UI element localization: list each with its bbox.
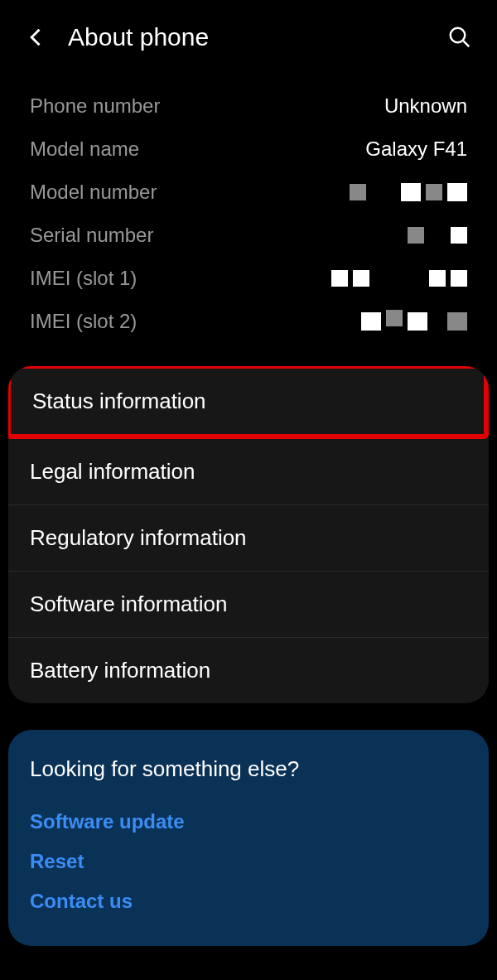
- imei2-row: IMEI (slot 2): [30, 300, 467, 343]
- phone-number-label: Phone number: [30, 94, 160, 118]
- serial-number-row: Serial number: [30, 214, 467, 257]
- imei2-value-redacted: [340, 312, 467, 331]
- search-icon[interactable]: [447, 25, 472, 50]
- suggestion-card: Looking for something else? Software upd…: [8, 730, 489, 946]
- serial-number-label: Serial number: [30, 224, 153, 247]
- imei2-label: IMEI (slot 2): [30, 310, 137, 333]
- model-name-row: Model name Galaxy F41: [30, 128, 467, 171]
- back-icon[interactable]: [25, 26, 48, 49]
- model-name-value: Galaxy F41: [365, 138, 467, 161]
- suggestion-title: Looking for something else?: [30, 756, 467, 782]
- regulatory-information-item[interactable]: Regulatory information: [8, 505, 489, 572]
- reset-link[interactable]: Reset: [30, 842, 467, 881]
- svg-line-1: [463, 41, 469, 46]
- software-information-label: Software information: [30, 591, 227, 616]
- device-info-list: Phone number Unknown Model name Galaxy F…: [0, 68, 497, 351]
- header: About phone: [0, 0, 497, 68]
- status-information-label: Status information: [32, 389, 206, 413]
- phone-number-value: Unknown: [384, 94, 467, 118]
- software-information-item[interactable]: Software information: [8, 572, 489, 638]
- imei1-label: IMEI (slot 1): [30, 267, 137, 290]
- software-update-link[interactable]: Software update: [30, 802, 467, 842]
- model-number-row: Model number: [30, 171, 467, 214]
- serial-number-value-redacted: [408, 227, 467, 244]
- regulatory-information-label: Regulatory information: [30, 525, 247, 550]
- imei1-value-redacted: [331, 270, 467, 287]
- legal-information-item[interactable]: Legal information: [8, 439, 489, 505]
- battery-information-item[interactable]: Battery information: [8, 638, 489, 703]
- model-number-label: Model number: [30, 181, 157, 204]
- battery-information-label: Battery information: [30, 658, 210, 683]
- svg-point-0: [451, 28, 466, 43]
- page-title: About phone: [68, 23, 447, 51]
- model-number-value-redacted: [350, 183, 467, 201]
- status-information-item[interactable]: Status information: [8, 366, 489, 439]
- imei1-row: IMEI (slot 1): [30, 257, 467, 300]
- contact-us-link[interactable]: Contact us: [30, 881, 467, 921]
- phone-number-row: Phone number Unknown: [30, 84, 467, 128]
- model-name-label: Model name: [30, 138, 139, 161]
- legal-information-label: Legal information: [30, 459, 195, 484]
- options-card: Status information Legal information Reg…: [8, 366, 489, 703]
